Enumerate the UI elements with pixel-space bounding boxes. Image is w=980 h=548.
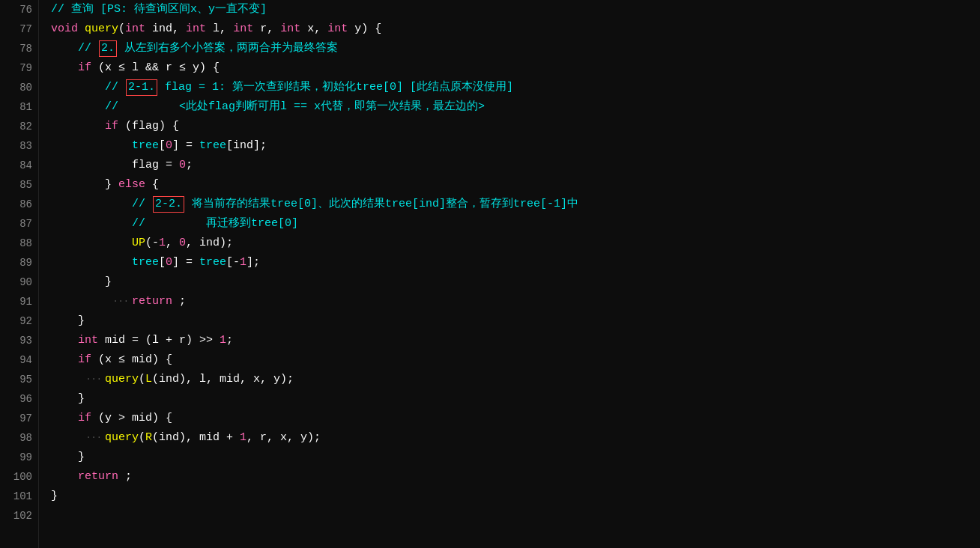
sp77c: ind, [145,19,186,39]
sp85: } [105,175,118,195]
kw-void: void [51,19,78,39]
comment-81: // <此处flag判断可用l == x代替，即第一次结果，最左边的> [105,97,485,117]
sp89d: ]; [246,253,260,273]
line-100: return ; [51,467,980,487]
tree83b: tree [199,136,226,156]
kw-else: else [118,175,145,195]
sp88c: , ind); [186,234,233,253]
sp89a: [ [159,253,166,273]
sp77d: l, [206,19,233,39]
sp82: (flag) { [118,117,179,136]
line-num-101: 101 [6,487,32,506]
code-content: // 查询 [PS: 待查询区间x、y一直不变] void query ( in… [39,0,980,548]
line-num-99: 99 [6,448,32,467]
kw-int5: int [327,19,348,39]
line-num-93: 93 [6,331,32,350]
sp84a: flag = [132,156,179,175]
kw-return91: return [132,292,172,311]
comment-80-box: 2-1. [126,79,157,96]
num88b: 0 [179,234,186,253]
sp93b: ; [226,331,233,350]
line-78: // 2. 从左到右多个小答案，两两合并为最终答案 [51,39,980,58]
num89a: 0 [166,253,172,273]
fn-up: UP [132,234,145,253]
sp88a: (- [145,234,159,253]
fn-r98: R [145,428,152,448]
sp98c: , r, x, y); [246,428,321,448]
comment-76: // 查询 [PS: 待查询区间x、y一直不变] [51,0,267,19]
line-num-86: 86 [6,195,32,214]
comment-78-box: 2. [99,40,117,57]
line-76: // 查询 [PS: 待查询区间x、y一直不变] [51,0,980,19]
kw-int3: int [233,19,253,39]
kw-if94: if [78,350,91,370]
sp90: } [105,273,112,292]
line-num-87: 87 [6,214,32,234]
line-89: tree [ 0 ] = tree [- 1 ]; [51,253,980,273]
num83: 0 [166,136,172,156]
line-num-77: 77 [6,19,32,39]
sp83b: ] = [172,136,199,156]
line-num-96: 96 [6,389,32,409]
comment-80a: // [105,78,125,97]
sp79: (x ≤ l && r ≤ y) { [91,58,220,78]
line-86: // 2-2. 将当前存的结果tree[0]、此次的结果tree[ind]整合，… [51,195,980,214]
line-90: } [51,273,980,292]
fn-query98: query [105,428,139,448]
line-num-84: 84 [6,156,32,175]
line-87: // 再迁移到tree[0] [51,214,980,234]
line-80: // 2-1. flag = 1: 第一次查到结果，初始化tree[0] [此结… [51,78,980,97]
sp89b: ] = [172,253,199,273]
line-84: flag = 0 ; [51,156,980,175]
line-num-79: 79 [6,58,32,78]
kw-if79: if [78,58,91,78]
num89b: 1 [240,253,246,273]
line-num-83: 83 [6,136,32,156]
sp77b: ( [118,19,125,39]
sp83c: [ind]; [226,136,267,156]
sp84b: ; [186,156,193,175]
line-77: void query ( int ind, int l, int r, int … [51,19,980,39]
line-num-95: 95 [6,370,32,389]
line-91: ··· return ; [51,292,980,311]
line-98: ··· query ( R (ind), mid + 1 , r, x, y); [51,428,980,448]
sp94: (x ≤ mid) { [91,350,172,370]
line-num-102: 102 [6,506,32,526]
sp88b: , [166,234,179,253]
comment-87: // 再迁移到tree[0] [132,214,298,234]
fn-query: query [85,19,118,39]
comment-86b: 将当前存的结果tree[0]、此次的结果tree[ind]整合，暂存到tree[… [185,195,578,214]
kw-if97: if [78,409,91,428]
comment-86-box: 2-2. [153,196,184,213]
comment-86a: // [132,195,152,214]
sp100: ; [118,467,132,487]
kw-if82: if [105,117,118,136]
sp77g: y) { [348,19,381,39]
line-num-94: 94 [6,350,32,370]
line-num-80: 80 [6,78,32,97]
comment-80b: flag = 1: 第一次查到结果，初始化tree[0] [此结点原本没使用] [158,78,513,97]
sp83a: [ [159,136,166,156]
sp89c: [- [226,253,240,273]
num98: 1 [240,428,246,448]
line-num-89: 89 [6,253,32,273]
sp95b: (ind), l, mid, x, y); [152,370,294,389]
line-101: } [51,487,980,506]
line-85: } else { [51,175,980,195]
empty-102 [51,506,58,526]
kw-int2: int [186,19,206,39]
sp101: } [51,487,58,506]
fn-l95: L [145,370,152,389]
line-81: // <此处flag判断可用l == x代替，即第一次结果，最左边的> [51,97,980,117]
line-num-90: 90 [6,273,32,292]
line-83: tree [ 0 ] = tree [ind]; [51,136,980,156]
sp98b: (ind), mid + [152,428,240,448]
sp98a: ( [139,428,145,448]
tree89a: tree [132,253,159,273]
fn-query95: query [105,370,139,389]
line-num-82: 82 [6,117,32,136]
kw-int93: int [78,331,98,350]
line-95: ··· query ( L (ind), l, mid, x, y); [51,370,980,389]
num84: 0 [179,156,186,175]
tree89b: tree [199,253,226,273]
